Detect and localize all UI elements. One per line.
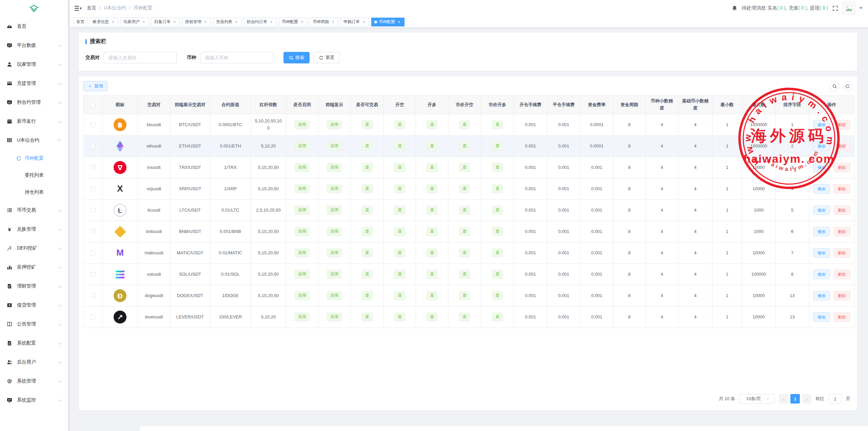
user-menu-caret-icon[interactable] [859, 7, 863, 9]
close-icon[interactable]: × [269, 20, 274, 24]
sidebar-item-后台用户[interactable]: 后台用户 [0, 353, 68, 372]
close-icon[interactable]: × [234, 20, 239, 24]
sidebar-item-兑换管理[interactable]: ¥兑换管理 [0, 220, 68, 239]
sidebar-item-秒合约管理[interactable]: 秒合约管理 [0, 93, 68, 112]
close-icon[interactable]: × [111, 20, 115, 24]
search-toggle-icon[interactable] [829, 81, 840, 91]
edit-button[interactable]: 修改 [813, 291, 830, 300]
delete-button[interactable]: 删除 [833, 291, 850, 300]
avatar[interactable] [842, 2, 855, 15]
edit-button[interactable]: 修改 [813, 184, 830, 194]
cell-max_amount: 1000000 [742, 136, 775, 157]
sidebar-item-首页[interactable]: 首页 [0, 17, 68, 36]
delete-button[interactable]: 删除 [833, 120, 850, 130]
bottom-scrollbar-track[interactable] [140, 426, 868, 431]
close-icon[interactable]: × [141, 20, 146, 24]
sidebar-item-玩家管理[interactable]: 玩家管理 [0, 55, 68, 74]
edit-button[interactable]: 修改 [813, 312, 830, 322]
sidebar-item-充提管理[interactable]: 充提管理 [0, 74, 68, 93]
close-icon[interactable]: × [397, 20, 401, 24]
row-checkbox[interactable] [91, 122, 95, 127]
edit-button[interactable]: 修改 [813, 141, 830, 151]
sidebar-item-U本位合约[interactable]: U本位合约 [0, 131, 68, 150]
close-icon[interactable]: × [203, 20, 208, 24]
close-icon[interactable]: × [331, 20, 335, 24]
breadcrumb-item-首页[interactable]: 首页 [87, 5, 96, 11]
sidebar-item-系统管理[interactable]: 系统管理 [0, 372, 68, 391]
tab-充值列表[interactable]: 充值列表× [213, 18, 242, 26]
add-button[interactable]: ＋ 新增 [83, 81, 107, 91]
sidebar-item-理财管理[interactable]: 理财管理 [0, 277, 68, 296]
goto-page-input[interactable] [828, 394, 842, 404]
tab-授权管理[interactable]: 授权管理× [182, 18, 211, 26]
row-checkbox[interactable] [91, 229, 95, 234]
select-all-checkbox[interactable] [91, 102, 95, 107]
message-充值[interactable]: 充值( 0 ), [789, 5, 809, 11]
row-checkbox[interactable] [91, 272, 95, 277]
sidebar-subitem-币种配置[interactable]: 币种配置 [0, 150, 68, 167]
cell-enabled: 启用 [286, 136, 318, 157]
delete-button[interactable]: 删除 [833, 270, 850, 279]
sidebar-item-新币发行[interactable]: 新币发行 [0, 112, 68, 131]
edit-button[interactable]: 修改 [813, 270, 830, 279]
row-checkbox[interactable] [91, 187, 95, 191]
reset-button[interactable]: 重置 [314, 52, 340, 63]
row-checkbox[interactable] [91, 293, 95, 298]
sidebar-scrollbar[interactable] [68, 0, 70, 431]
sidebar-subitem-委托列表[interactable]: 委托列表 [0, 167, 68, 184]
page-size-select[interactable]: 10条/页 [739, 394, 775, 404]
币种-input[interactable] [200, 52, 273, 63]
edit-button[interactable]: 修改 [813, 205, 830, 215]
delete-button[interactable]: 删除 [833, 205, 850, 215]
delete-button[interactable]: 删除 [833, 141, 850, 151]
edit-button[interactable]: 修改 [813, 248, 830, 258]
refresh-icon[interactable] [842, 81, 852, 91]
edit-button[interactable]: 修改 [813, 163, 830, 172]
tab-币种配置-active[interactable]: 币种配置× [371, 18, 405, 26]
sidebar-item-币币交易[interactable]: 币币交易 [0, 201, 68, 220]
sidebar-item-公告管理[interactable]: 公告管理 [0, 315, 68, 334]
tab-账变信息[interactable]: 账变信息× [90, 18, 118, 26]
tab-秒合约订单[interactable]: 秒合约订单× [244, 18, 277, 26]
message-提现[interactable]: 提现( 0 ) [810, 5, 828, 11]
close-icon[interactable]: × [361, 20, 366, 24]
message-实名[interactable]: 实名( 0 ), [768, 5, 788, 11]
sidebar-item-系统配置[interactable]: 系统配置 [0, 334, 68, 353]
edit-button[interactable]: 修改 [813, 227, 830, 236]
cell-sort: 6 [775, 221, 809, 242]
row-checkbox[interactable] [91, 144, 95, 149]
delete-button[interactable]: 删除 [833, 184, 850, 194]
sidebar-item-质押挖矿[interactable]: 质押挖矿 [0, 258, 68, 277]
tab-申购订单[interactable]: 申购订单× [340, 18, 369, 26]
close-icon[interactable]: × [172, 20, 177, 24]
delete-button[interactable]: 删除 [833, 248, 850, 258]
交易对-input[interactable] [104, 52, 177, 63]
row-checkbox[interactable] [91, 208, 95, 213]
row-checkbox[interactable] [91, 165, 95, 170]
sidebar-item-系统监控[interactable]: 系统监控 [0, 391, 68, 410]
sidebar-toggle-icon[interactable] [75, 6, 81, 11]
tab-归集订单[interactable]: 归集订单× [151, 18, 180, 26]
next-page-button[interactable]: › [802, 394, 811, 404]
sidebar-subitem-持仓列表[interactable]: 持仓列表 [0, 184, 68, 201]
page-1-button[interactable]: 1 [790, 394, 800, 404]
app-logo[interactable] [0, 0, 68, 17]
fullscreen-icon[interactable] [831, 4, 839, 12]
search-button[interactable]: 搜索 [283, 52, 310, 63]
edit-button[interactable]: 修改 [813, 120, 830, 130]
row-checkbox[interactable] [91, 251, 95, 255]
sidebar-item-DEFI挖矿[interactable]: DEFI挖矿 [0, 239, 68, 258]
delete-button[interactable]: 删除 [833, 227, 850, 236]
tab-玩家用户[interactable]: 玩家用户× [120, 18, 149, 26]
tab-币种配置[interactable]: 币种配置× [279, 18, 308, 26]
row-checkbox[interactable] [91, 315, 95, 319]
delete-button[interactable]: 删除 [833, 312, 850, 322]
sidebar-item-平台数据[interactable]: 平台数据 [0, 36, 68, 55]
sidebar-item-借贷管理[interactable]: ¥借贷管理 [0, 296, 68, 315]
tab-币种周期[interactable]: 币种周期× [310, 18, 338, 26]
delete-button[interactable]: 删除 [833, 163, 850, 172]
prev-page-button[interactable]: ‹ [779, 394, 788, 404]
close-icon[interactable]: × [300, 20, 304, 24]
bell-icon[interactable] [731, 4, 738, 12]
tab-首页[interactable]: 首页 [73, 18, 87, 26]
